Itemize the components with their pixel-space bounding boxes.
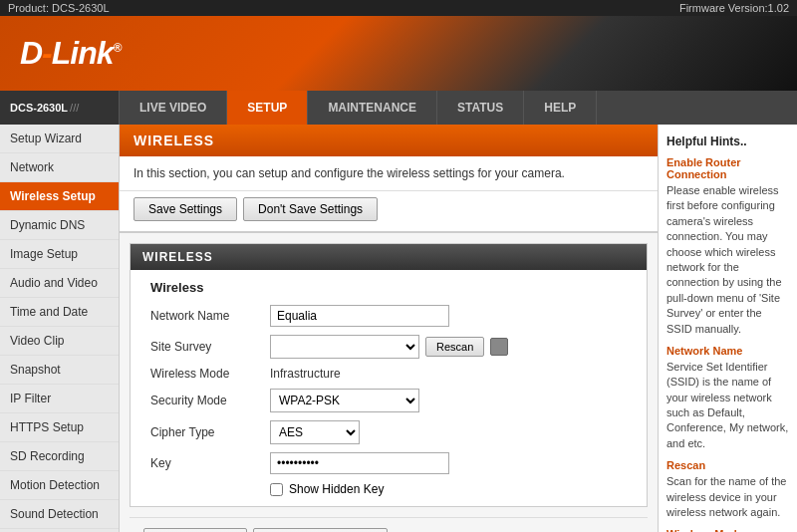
sidebar: Setup Wizard Network Wireless Setup Dyna…	[0, 125, 120, 532]
help-wireless-mode-title: Wireless Mode	[666, 528, 789, 532]
key-row: Key	[150, 452, 627, 474]
help-panel: Helpful Hints.. Enable Router Connection…	[658, 125, 797, 532]
cipher-type-field: AES TKIP Auto	[270, 420, 360, 444]
wireless-mode-label: Wireless Mode	[150, 367, 270, 381]
sidebar-item-snapshot[interactable]: Snapshot	[0, 356, 119, 385]
tab-help[interactable]: HELP	[524, 91, 597, 125]
network-name-label: Network Name	[150, 309, 270, 323]
bottom-save-button[interactable]: Save Settings	[143, 528, 247, 532]
network-name-field	[270, 305, 449, 327]
help-network-name-text: Service Set Identifier (SSID) is the nam…	[666, 360, 789, 451]
sidebar-item-ip-filter[interactable]: IP Filter	[0, 385, 119, 413]
tab-status[interactable]: STATUS	[437, 91, 524, 125]
network-name-row: Network Name	[150, 305, 627, 327]
wireless-mode-row: Wireless Mode Infrastructure	[150, 367, 627, 381]
model-label: DCS-2630L	[10, 102, 68, 114]
top-dont-save-button[interactable]: Don't Save Settings	[243, 197, 378, 221]
nav-tabs: LIVE VIDEO SETUP MAINTENANCE STATUS HELP	[120, 91, 797, 125]
wireless-section: WIRELESS Wireless Network Name Site Surv…	[130, 243, 648, 507]
key-label: Key	[150, 456, 270, 470]
bottom-dont-save-button[interactable]: Don't Save Settings	[253, 528, 388, 532]
security-mode-field: None WEP WPA-PSK WPA2-PSK	[270, 389, 419, 412]
rescan-button[interactable]: Rescan	[425, 337, 484, 357]
rescan-icon[interactable]	[490, 338, 508, 356]
show-hidden-key-label[interactable]: Show Hidden Key	[289, 482, 384, 496]
sidebar-item-network[interactable]: Network	[0, 153, 119, 182]
key-input[interactable]	[270, 452, 449, 474]
wireless-mode-value: Infrastructure	[270, 367, 341, 381]
cipher-type-row: Cipher Type AES TKIP Auto	[150, 420, 627, 444]
security-mode-label: Security Mode	[150, 394, 270, 407]
wireless-section-title: WIRELESS	[131, 244, 647, 270]
tab-setup[interactable]: SETUP	[227, 91, 308, 125]
sidebar-item-dynamic-dns[interactable]: Dynamic DNS	[0, 211, 119, 240]
show-hidden-key-checkbox[interactable]	[270, 483, 283, 496]
sidebar-item-time-date[interactable]: Time and Date	[0, 298, 119, 327]
top-save-button[interactable]: Save Settings	[133, 197, 237, 221]
sidebar-item-sound-detection[interactable]: Sound Detection	[0, 500, 119, 529]
section-description: In this section, you can setup and confi…	[120, 156, 658, 191]
content-area: WIRELESS In this section, you can setup …	[120, 125, 658, 532]
sidebar-item-sd-recording[interactable]: SD Recording	[0, 442, 119, 471]
sidebar-item-video-clip[interactable]: Video Clip	[0, 327, 119, 356]
section-desc-text: In this section, you can setup and confi…	[133, 166, 565, 180]
header: D-Link®	[0, 16, 797, 91]
help-enable-router-title: Enable Router Connection	[666, 156, 789, 180]
nav-brand: DCS-2630L ///	[0, 91, 120, 125]
sidebar-item-audio-video[interactable]: Audio and Video	[0, 269, 119, 298]
site-survey-label: Site Survey	[150, 340, 270, 354]
tab-maintenance[interactable]: MAINTENANCE	[308, 91, 437, 125]
top-button-row: Save Settings Don't Save Settings	[120, 191, 658, 233]
top-bar: Product: DCS-2630L Firmware Version:1.02	[0, 0, 797, 16]
sidebar-item-setup-wizard[interactable]: Setup Wizard	[0, 125, 119, 153]
cipher-type-label: Cipher Type	[150, 425, 270, 439]
help-network-name-title: Network Name	[666, 345, 789, 357]
cipher-type-select[interactable]: AES TKIP Auto	[270, 420, 360, 444]
sidebar-item-wireless-setup[interactable]: Wireless Setup	[0, 182, 119, 211]
help-enable-router-text: Please enable wireless first before conf…	[666, 183, 789, 337]
network-name-input[interactable]	[270, 305, 449, 327]
help-rescan-text: Scan for the name of the wireless device…	[666, 474, 789, 520]
site-survey-row: Site Survey Rescan	[150, 335, 627, 359]
sidebar-item-image-setup[interactable]: Image Setup	[0, 240, 119, 269]
section-title: WIRELESS	[120, 125, 658, 156]
site-survey-select[interactable]	[270, 335, 419, 359]
security-mode-select[interactable]: None WEP WPA-PSK WPA2-PSK	[270, 389, 419, 412]
main-layout: Setup Wizard Network Wireless Setup Dyna…	[0, 125, 797, 532]
help-rescan-title: Rescan	[666, 459, 789, 471]
security-mode-row: Security Mode None WEP WPA-PSK WPA2-PSK	[150, 389, 627, 412]
bottom-button-row: Save Settings Don't Save Settings	[130, 517, 648, 532]
nav-bar: DCS-2630L /// LIVE VIDEO SETUP MAINTENAN…	[0, 91, 797, 125]
wireless-form: Wireless Network Name Site Survey Rescan	[131, 270, 647, 506]
logo: D-Link®	[20, 35, 121, 72]
product-label: Product: DCS-2630L	[8, 2, 110, 14]
tab-live-video[interactable]: LIVE VIDEO	[120, 91, 227, 125]
wireless-sub-title: Wireless	[150, 280, 627, 295]
nav-brand-slashes: ///	[70, 102, 79, 114]
sidebar-item-https-setup[interactable]: HTTPS Setup	[0, 413, 119, 442]
show-hidden-key-row: Show Hidden Key	[270, 482, 627, 496]
help-title: Helpful Hints..	[666, 134, 789, 148]
sidebar-item-motion-detection[interactable]: Motion Detection	[0, 471, 119, 500]
key-field	[270, 452, 449, 474]
firmware-label: Firmware Version:1.02	[679, 2, 789, 14]
site-survey-field: Rescan	[270, 335, 508, 359]
